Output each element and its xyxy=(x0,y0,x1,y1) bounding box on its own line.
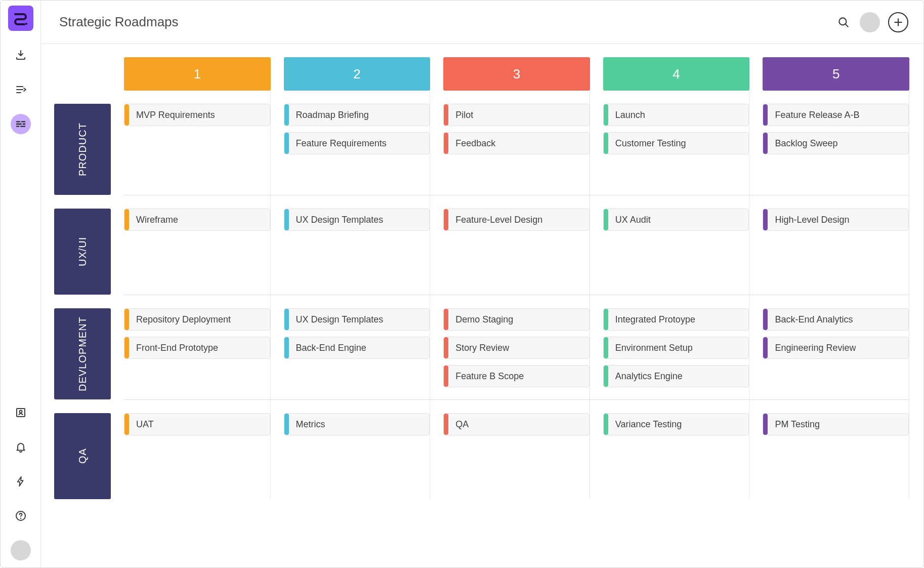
roadmap-logo-icon xyxy=(13,11,28,26)
card-stripe xyxy=(604,133,608,154)
roadmap-card[interactable]: Back-End Analytics xyxy=(763,308,909,331)
svg-point-4 xyxy=(20,518,21,519)
roadmap-card[interactable]: Back-End Engine xyxy=(284,337,430,359)
card-stripe xyxy=(284,209,289,230)
nav-actions[interactable] xyxy=(11,471,31,492)
roadmap-card[interactable]: Launch xyxy=(603,104,749,126)
card-title: Analytics Engine xyxy=(608,371,683,382)
roadmap-card[interactable]: Feedback xyxy=(443,132,590,154)
card-title: UAT xyxy=(129,419,154,430)
nav-notifications[interactable] xyxy=(11,437,31,457)
roadmap-card[interactable]: Feature Requirements xyxy=(284,132,430,154)
nav-list-play[interactable] xyxy=(11,79,31,100)
cell: QA xyxy=(443,400,590,499)
card-title: PM Testing xyxy=(768,419,820,430)
card-title: Back-End Engine xyxy=(289,343,366,353)
card-title: Feature-Level Design xyxy=(448,215,542,225)
card-title: Backlog Sweep xyxy=(768,138,837,149)
roadmap-card[interactable]: QA xyxy=(443,413,590,435)
user-avatar-rail[interactable] xyxy=(11,540,31,560)
swimlane-label-product[interactable]: PRODUCT xyxy=(54,104,111,195)
card-title: Feature B Scope xyxy=(448,371,524,382)
cell: UAT xyxy=(124,400,271,499)
roadmap-card[interactable]: Customer Testing xyxy=(603,132,749,154)
roadmap-card[interactable]: MVP Requirements xyxy=(124,104,270,126)
card-stripe xyxy=(284,337,289,358)
roadmap-card[interactable]: PM Testing xyxy=(763,413,909,435)
nav-swimlane-view[interactable] xyxy=(11,114,31,134)
roadmap-card[interactable]: UX Audit xyxy=(603,209,749,231)
roadmap-card[interactable]: High-Level Design xyxy=(763,209,909,231)
card-stripe xyxy=(284,104,289,126)
roadmap-card[interactable]: Wireframe xyxy=(124,209,270,231)
card-stripe xyxy=(124,309,129,330)
roadmap-card[interactable]: UX Design Templates xyxy=(284,308,430,331)
column-header-label: 5 xyxy=(832,66,839,82)
roadmap-card[interactable]: Environment Setup xyxy=(603,337,749,359)
card-stripe xyxy=(444,414,448,435)
column-header-5[interactable]: 5 xyxy=(763,57,909,91)
top-bar: Strategic Roadmaps xyxy=(41,1,923,44)
roadmap-card[interactable]: Feature B Scope xyxy=(443,365,590,387)
nav-contacts[interactable] xyxy=(11,402,31,423)
roadmap-card[interactable]: Integrated Protoype xyxy=(603,308,749,331)
card-stripe xyxy=(284,414,289,435)
roadmap-card[interactable]: Front-End Prototype xyxy=(124,337,270,359)
roadmap-card[interactable]: Analytics Engine xyxy=(603,365,749,387)
card-title: Feature Requirements xyxy=(289,138,387,149)
roadmap-card[interactable]: Roadmap Briefing xyxy=(284,104,430,126)
column-header-4[interactable]: 4 xyxy=(603,57,750,91)
roadmap-card[interactable]: Demo Staging xyxy=(443,308,590,331)
card-title: Feature Release A-B xyxy=(768,110,859,120)
nav-help[interactable] xyxy=(11,506,31,526)
card-title: UX Design Templates xyxy=(289,215,384,225)
svg-point-2 xyxy=(19,411,22,413)
card-stripe xyxy=(124,104,129,126)
roadmap-card[interactable]: Metrics xyxy=(284,413,430,435)
swimlane-label-qa[interactable]: QA xyxy=(54,413,111,499)
card-stripe xyxy=(124,414,129,435)
search-icon xyxy=(837,16,850,29)
user-avatar-top[interactable] xyxy=(860,12,880,32)
plus-icon xyxy=(893,17,903,27)
column-header-label: 2 xyxy=(353,66,360,82)
roadmap-card[interactable]: UAT xyxy=(124,413,270,435)
card-title: Engineering Review xyxy=(768,343,856,353)
app-window: Strategic Roadmaps 12345PRODUCTMVP Requi… xyxy=(0,0,924,568)
roadmap-card[interactable]: Feature-Level Design xyxy=(443,209,590,231)
cell: Metrics xyxy=(284,400,431,499)
roadmap-card[interactable]: Engineering Review xyxy=(763,337,909,359)
column-header-3[interactable]: 3 xyxy=(443,57,590,91)
roadmap-card[interactable]: Pilot xyxy=(443,104,590,126)
swimlane-label-text: DEVLOPMENT xyxy=(77,316,89,391)
card-stripe xyxy=(124,209,129,230)
card-title: Integrated Protoype xyxy=(608,314,695,325)
app-logo[interactable] xyxy=(8,6,33,31)
roadmap-card[interactable]: Feature Release A-B xyxy=(763,104,909,126)
roadmap-card[interactable]: Story Review xyxy=(443,337,590,359)
roadmap-card[interactable]: UX Design Templates xyxy=(284,209,430,231)
card-title: Roadmap Briefing xyxy=(289,110,369,120)
card-stripe xyxy=(763,337,768,358)
swimlane-label-ux-ui[interactable]: UX/UI xyxy=(54,209,111,295)
card-title: Launch xyxy=(608,110,645,120)
roadmap-card[interactable]: Repository Deployment xyxy=(124,308,270,331)
column-header-1[interactable]: 1 xyxy=(124,57,271,91)
card-stripe xyxy=(444,209,448,230)
card-title: Environment Setup xyxy=(608,343,693,353)
swimlane-label-devlopment[interactable]: DEVLOPMENT xyxy=(54,308,111,399)
card-stripe xyxy=(444,337,448,358)
roadmap-card[interactable]: Variance Testing xyxy=(603,413,749,435)
cell: PilotFeedback xyxy=(443,91,590,195)
add-button[interactable] xyxy=(888,12,908,32)
help-circle-icon xyxy=(15,510,27,522)
card-stripe xyxy=(284,133,289,154)
roadmap-card[interactable]: Backlog Sweep xyxy=(763,132,909,154)
search-button[interactable] xyxy=(833,12,854,32)
card-stripe xyxy=(763,133,768,154)
column-header-2[interactable]: 2 xyxy=(284,57,431,91)
main-panel: Strategic Roadmaps 12345PRODUCTMVP Requi… xyxy=(41,1,923,567)
nav-import[interactable] xyxy=(11,45,31,65)
card-title: Variance Testing xyxy=(608,419,682,430)
cell: Wireframe xyxy=(124,195,271,295)
